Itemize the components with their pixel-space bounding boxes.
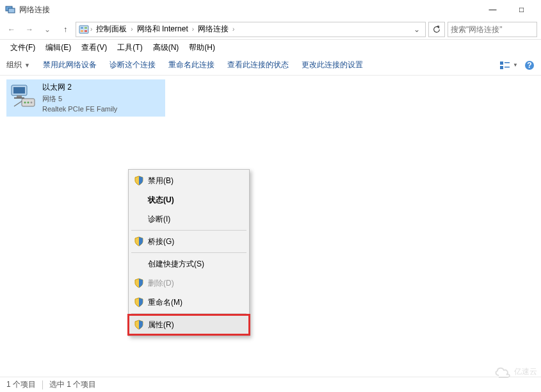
shield-icon [134, 236, 144, 247]
content-area: 以太网 2 网络 5 Realtek PCIe FE Family 禁用(B) … [0, 76, 541, 377]
svg-text:?: ? [527, 61, 531, 70]
network-adapter-item[interactable]: 以太网 2 网络 5 Realtek PCIe FE Family [6, 79, 165, 117]
chevron-down-icon: ▼ [24, 62, 30, 69]
back-button[interactable]: ← [4, 22, 19, 37]
minimize-button[interactable]: — [478, 1, 507, 19]
adapter-name: 以太网 2 [42, 82, 117, 93]
menu-bar: 文件(F) 编辑(E) 查看(V) 工具(T) 高级(N) 帮助(H) [0, 40, 541, 55]
menu-file[interactable]: 文件(F) [5, 40, 40, 55]
refresh-button[interactable] [428, 22, 445, 37]
ctx-diagnose[interactable]: 诊断(I) [129, 209, 249, 229]
menu-advanced[interactable]: 高级(N) [148, 40, 184, 55]
app-icon [5, 4, 15, 15]
diagnose-button[interactable]: 诊断这个连接 [109, 60, 156, 70]
shield-icon [134, 278, 144, 288]
breadcrumb-item[interactable]: 控制面板 [93, 24, 129, 35]
menu-help[interactable]: 帮助(H) [184, 40, 220, 55]
context-menu: 禁用(B) 状态(U) 诊断(I) 桥接(G) 创建快捷方式(S) 删除(D) … [128, 169, 250, 336]
status-separator [42, 380, 43, 389]
menu-tools[interactable]: 工具(T) [112, 40, 147, 55]
ctx-shortcut[interactable]: 创建快捷方式(S) [129, 254, 249, 274]
ctx-separator [131, 313, 246, 314]
svg-rect-1 [8, 8, 15, 13]
command-bar: 组织 ▼ 禁用此网络设备 诊断这个连接 重命名此连接 查看此连接的状态 更改此连… [0, 55, 541, 76]
breadcrumb-sep-icon: › [131, 26, 133, 33]
status-selected: 选中 1 个项目 [49, 379, 96, 390]
organize-button[interactable]: 组织 ▼ [6, 60, 30, 70]
ctx-label: 创建快捷方式(S) [148, 259, 204, 270]
adapter-icon [9, 82, 37, 110]
ctx-bridge[interactable]: 桥接(G) [129, 232, 249, 251]
watermark: 亿速云 [494, 365, 537, 378]
menu-view[interactable]: 查看(V) [76, 40, 112, 55]
svg-rect-2 [79, 26, 88, 33]
breadcrumb-item[interactable]: 网络和 Internet [134, 24, 191, 35]
breadcrumb-sep-icon: › [192, 26, 194, 33]
adapter-device: Realtek PCIe FE Family [42, 105, 117, 113]
breadcrumb-item[interactable]: 网络连接 [195, 24, 231, 35]
ctx-label: 状态(U) [148, 195, 174, 206]
watermark-text: 亿速云 [514, 366, 537, 377]
ctx-disable[interactable]: 禁用(B) [129, 171, 249, 190]
adapter-network: 网络 5 [42, 94, 117, 104]
ctx-label: 诊断(I) [148, 214, 170, 225]
window-controls: — □ [478, 1, 536, 19]
search-input[interactable] [451, 25, 534, 34]
rename-button[interactable]: 重命名此连接 [168, 60, 214, 70]
svg-rect-14 [13, 87, 25, 94]
ctx-label: 重命名(M) [148, 297, 182, 308]
breadcrumb-sep-icon: › [90, 26, 92, 33]
svg-rect-5 [81, 30, 83, 32]
status-count: 1 个项目 [6, 379, 36, 390]
shield-icon [134, 320, 144, 330]
ctx-rename[interactable]: 重命名(M) [129, 293, 249, 312]
svg-rect-3 [81, 27, 83, 29]
breadcrumb[interactable]: › 控制面板 › 网络和 Internet › 网络连接 › ⌄ [76, 22, 426, 37]
recent-dropdown[interactable]: ⌄ [40, 22, 55, 37]
svg-point-19 [28, 102, 29, 104]
view-mode-button[interactable]: ▼ [499, 61, 518, 70]
adapter-info: 以太网 2 网络 5 Realtek PCIe FE Family [42, 82, 117, 113]
svg-point-20 [31, 102, 33, 104]
control-panel-icon [79, 24, 89, 35]
status-bar: 1 个项目 选中 1 个项目 [0, 377, 541, 392]
ctx-status[interactable]: 状态(U) [129, 190, 249, 209]
organize-label: 组织 [6, 60, 22, 70]
ctx-separator [131, 230, 246, 231]
ctx-label: 桥接(G) [148, 236, 174, 247]
address-bar: ← → ⌄ ↑ › 控制面板 › 网络和 Internet › 网络连接 › ⌄ [0, 19, 541, 40]
ctx-label: 禁用(B) [148, 176, 174, 186]
svg-rect-10 [505, 67, 510, 68]
forward-button[interactable]: → [22, 22, 37, 37]
ctx-delete: 删除(D) [129, 274, 249, 293]
shield-icon [134, 297, 144, 307]
ctx-properties[interactable]: 属性(R) [129, 315, 249, 334]
help-icon[interactable]: ? [524, 60, 535, 70]
view-status-button[interactable]: 查看此连接的状态 [227, 60, 289, 70]
ctx-separator [131, 252, 246, 253]
svg-point-18 [24, 102, 26, 104]
svg-rect-15 [17, 95, 22, 97]
svg-rect-8 [500, 66, 503, 69]
search-box[interactable] [448, 22, 537, 37]
change-settings-button[interactable]: 更改此连接的设置 [302, 60, 363, 70]
svg-rect-9 [505, 62, 510, 63]
address-dropdown-icon[interactable]: ⌄ [411, 25, 423, 34]
svg-rect-4 [85, 27, 87, 29]
ctx-label: 删除(D) [148, 278, 174, 289]
svg-rect-7 [500, 61, 503, 65]
window-title: 网络连接 [19, 4, 478, 15]
menu-edit[interactable]: 编辑(E) [40, 40, 76, 55]
up-button[interactable]: ↑ [58, 22, 73, 37]
disable-device-button[interactable]: 禁用此网络设备 [43, 60, 97, 70]
svg-rect-6 [85, 30, 87, 32]
shield-icon [134, 176, 144, 186]
breadcrumb-sep-icon: › [232, 26, 234, 33]
ctx-label: 属性(R) [148, 320, 174, 331]
maximize-button[interactable]: □ [507, 1, 536, 19]
chevron-down-icon: ▼ [513, 62, 518, 68]
window-titlebar: 网络连接 — □ [0, 0, 541, 19]
